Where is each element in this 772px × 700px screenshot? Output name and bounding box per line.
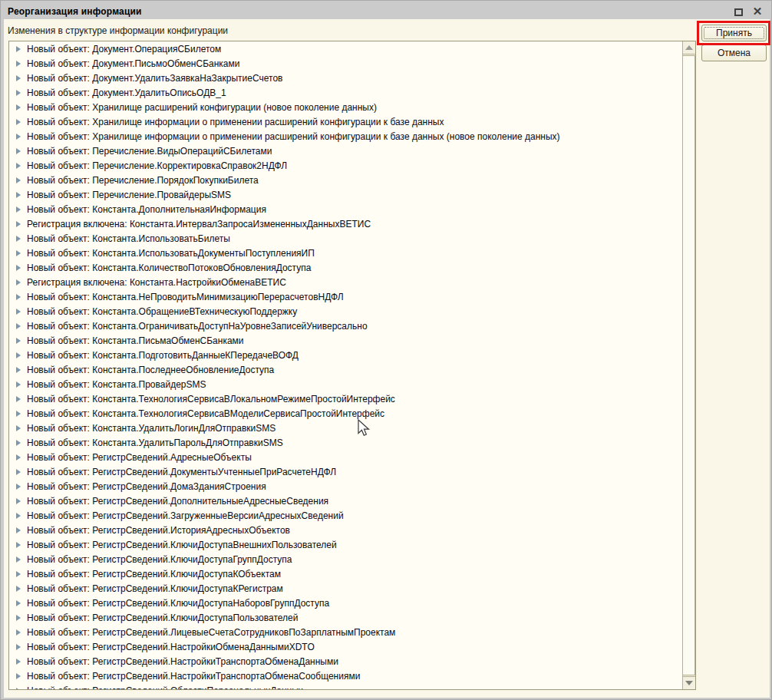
tree-item[interactable]: Новый объект: Хранилище расширений конфи… — [9, 100, 682, 114]
tree-expand-icon[interactable] — [16, 90, 21, 96]
tree-item[interactable]: Новый объект: Константа.ДополнительнаяИн… — [9, 202, 682, 216]
scroll-down-button[interactable] — [683, 676, 695, 689]
tree-expand-icon[interactable] — [16, 352, 21, 358]
tree-expand-icon[interactable] — [16, 498, 21, 504]
tree-expand-icon[interactable] — [16, 556, 21, 563]
tree-item[interactable]: Новый объект: Константа.УдалитьПарольДля… — [9, 435, 682, 450]
tree-expand-icon[interactable] — [16, 61, 21, 67]
tree-item[interactable]: Новый объект: РегистрСведений.ДомаЗдания… — [9, 479, 682, 494]
tree-item[interactable]: Новый объект: Константа.ТехнологияСервис… — [9, 391, 682, 406]
tree-expand-icon[interactable] — [16, 425, 21, 431]
tree-item[interactable]: Новый объект: РегистрСведений.КлючиДосту… — [9, 552, 682, 566]
tree-expand-icon[interactable] — [16, 527, 21, 533]
maximize-button[interactable] — [732, 5, 744, 18]
tree-item[interactable]: Новый объект: Константа.УдалитьЛогинДляО… — [9, 421, 682, 435]
tree-expand-icon[interactable] — [16, 571, 21, 577]
tree-item[interactable]: Новый объект: Константа.ИспользоватьБиле… — [9, 231, 682, 246]
tree-expand-icon[interactable] — [16, 659, 21, 665]
tree-item[interactable]: Регистрация включена: Константа.Настройк… — [9, 275, 682, 289]
tree-expand-icon[interactable] — [16, 644, 21, 650]
tree-item[interactable]: Новый объект: Константа.ПодготовитьДанны… — [9, 348, 682, 362]
tree-expand-icon[interactable] — [16, 411, 21, 417]
tree-item[interactable]: Новый объект: Документ.УдалитьОписьОДВ_1 — [9, 85, 682, 100]
tree-expand-icon[interactable] — [16, 469, 21, 475]
titlebar[interactable]: Реорганизация информации ✕ — [4, 3, 768, 19]
tree-item[interactable]: Новый объект: Константа.ПоследнееОбновле… — [9, 362, 682, 377]
tree-item[interactable]: Новый объект: РегистрСведений.Дополнител… — [9, 494, 682, 508]
tree-item[interactable]: Новый объект: Документ.УдалитьЗаявкаНаЗа… — [9, 71, 682, 85]
tree-expand-icon[interactable] — [16, 688, 21, 690]
tree-item[interactable]: Новый объект: Константа.НеПроводитьМиним… — [9, 289, 682, 304]
tree-expand-icon[interactable] — [16, 46, 21, 52]
tree-expand-icon[interactable] — [16, 206, 21, 213]
tree-item[interactable]: Новый объект: Хранилище информации о при… — [9, 129, 682, 144]
tree-expand-icon[interactable] — [16, 542, 21, 548]
tree-item[interactable]: Новый объект: РегистрСведений.КлючиДосту… — [9, 610, 682, 625]
tree-expand-icon[interactable] — [16, 323, 21, 329]
tree-item[interactable]: Новый объект: Документ.ПисьмоОбменСБанка… — [9, 56, 682, 71]
tree-expand-icon[interactable] — [16, 513, 21, 519]
scroll-thumb[interactable] — [683, 55, 695, 675]
tree-expand-icon[interactable] — [16, 279, 21, 286]
tree-item[interactable]: Новый объект: Перечисление.ВидыОперацийС… — [9, 144, 682, 158]
tree-expand-icon[interactable] — [16, 134, 21, 140]
tree-item[interactable]: Новый объект: Перечисление.Корректировка… — [9, 158, 682, 173]
tree-expand-icon[interactable] — [16, 629, 21, 636]
tree-expand-icon[interactable] — [16, 484, 21, 490]
tree-item[interactable]: Новый объект: Константа.ТехнологияСервис… — [9, 406, 682, 421]
tree-expand-icon[interactable] — [16, 615, 21, 621]
tree-item-label: Новый объект: Константа.УдалитьПарольДля… — [27, 438, 283, 448]
tree-item[interactable]: Новый объект: РегистрСведений.Загруженны… — [9, 508, 682, 523]
tree-expand-icon[interactable] — [16, 177, 21, 183]
tree-expand-icon[interactable] — [16, 236, 21, 242]
tree-item[interactable]: Новый объект: Константа.ПисьмаОбменСБанк… — [9, 333, 682, 348]
tree-expand-icon[interactable] — [16, 600, 21, 606]
tree-item[interactable]: Новый объект: РегистрСведений.НастройкиТ… — [9, 669, 682, 683]
tree-expand-icon[interactable] — [16, 673, 21, 679]
tree-expand-icon[interactable] — [16, 265, 21, 271]
tree-item[interactable]: Новый объект: Документ.ОперацияСБилетом — [9, 41, 682, 56]
tree-expand-icon[interactable] — [16, 338, 21, 344]
tree-item[interactable]: Новый объект: РегистрСведений.ЛицевыеСче… — [9, 625, 682, 639]
tree-item[interactable]: Новый объект: Константа.КоличествоПотоко… — [9, 260, 682, 275]
tree-item[interactable]: Новый объект: РегистрСведений.ИсторияАдр… — [9, 523, 682, 537]
tree-expand-icon[interactable] — [16, 396, 21, 402]
tree-item[interactable]: Новый объект: Перечисление.ПорядокПокупк… — [9, 173, 682, 187]
accept-button[interactable]: Принять — [701, 25, 767, 41]
tree-expand-icon[interactable] — [16, 250, 21, 256]
tree-item[interactable]: Новый объект: РегистрСведений.НастройкиТ… — [9, 654, 682, 669]
tree-item[interactable]: Новый объект: Хранилище информации о при… — [9, 114, 682, 129]
tree-expand-icon[interactable] — [16, 381, 21, 388]
tree-expand-icon[interactable] — [16, 294, 21, 300]
tree-item[interactable]: Новый объект: РегистрСведений.КлючиДосту… — [9, 537, 682, 552]
scroll-up-button[interactable] — [683, 41, 695, 54]
tree-expand-icon[interactable] — [16, 119, 21, 125]
tree-expand-icon[interactable] — [16, 75, 21, 81]
tree-item[interactable]: Новый объект: РегистрСведений.КлючиДосту… — [9, 581, 682, 596]
tree-expand-icon[interactable] — [16, 586, 21, 592]
tree-expand-icon[interactable] — [16, 104, 21, 111]
close-button[interactable]: ✕ — [751, 5, 764, 18]
tree-expand-icon[interactable] — [16, 309, 21, 315]
tree-item[interactable]: Новый объект: РегистрСведений.КлючиДосту… — [9, 566, 682, 581]
tree-item[interactable]: Новый объект: РегистрСведений.ОбластиПер… — [9, 683, 682, 689]
tree-item[interactable]: Новый объект: РегистрСведений.ДокументыУ… — [9, 464, 682, 479]
tree-item[interactable]: Новый объект: РегистрСведений.КлючиДосту… — [9, 596, 682, 610]
scrollbar-track[interactable] — [682, 41, 695, 689]
tree-item[interactable]: Регистрация включена: Константа.Интервал… — [9, 216, 682, 231]
tree-expand-icon[interactable] — [16, 454, 21, 461]
tree-item[interactable]: Новый объект: Константа.ОбращениеВТехнич… — [9, 304, 682, 319]
tree-item[interactable]: Новый объект: РегистрСведений.НастройкиО… — [9, 639, 682, 654]
tree-expand-icon[interactable] — [16, 221, 21, 227]
tree-item[interactable]: Новый объект: РегистрСведений.АдресныеОб… — [9, 450, 682, 464]
tree-item[interactable]: Новый объект: Константа.ИспользоватьДоку… — [9, 246, 682, 260]
tree-item[interactable]: Новый объект: Константа.ПровайдерSMS — [9, 377, 682, 391]
tree-item[interactable]: Новый объект: Перечисление.ПровайдерыSMS — [9, 187, 682, 202]
tree-expand-icon[interactable] — [16, 148, 21, 154]
cancel-button[interactable]: Отмена — [701, 45, 767, 61]
tree-expand-icon[interactable] — [16, 192, 21, 198]
tree-item[interactable]: Новый объект: Константа.ОграничиватьДост… — [9, 319, 682, 333]
tree-expand-icon[interactable] — [16, 440, 21, 446]
tree-expand-icon[interactable] — [16, 163, 21, 169]
tree-expand-icon[interactable] — [16, 367, 21, 373]
